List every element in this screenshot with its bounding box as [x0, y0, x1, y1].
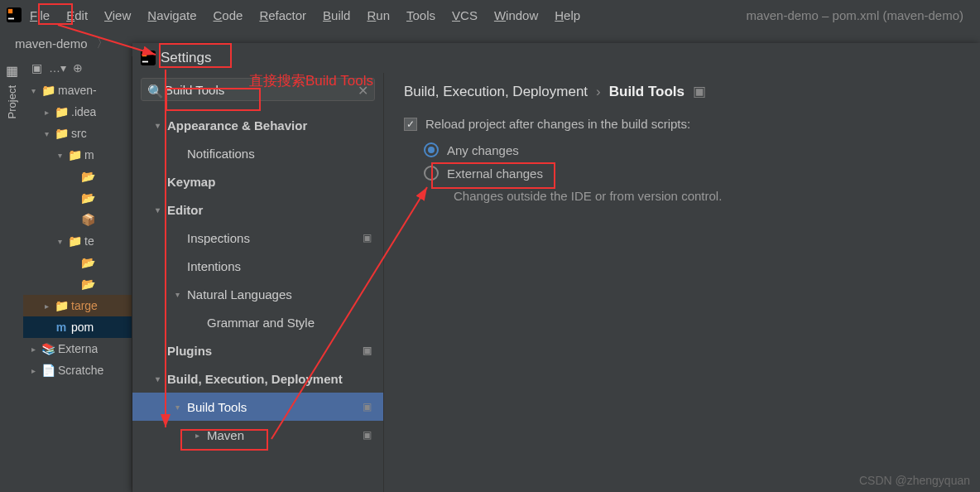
- chevron-right-icon: 〉: [96, 35, 109, 52]
- menu-tools[interactable]: Tools: [398, 5, 444, 26]
- target-icon[interactable]: ⊕: [73, 61, 83, 75]
- breadcrumb-segment[interactable]: Build, Execution, Deployment: [404, 84, 588, 100]
- nav-label: Natural Languages: [187, 287, 292, 301]
- menu-build[interactable]: Build: [315, 5, 358, 26]
- reload-checkbox-row[interactable]: ✓ Reload project after changes in the bu…: [404, 117, 960, 131]
- tree-label: .idea: [71, 105, 96, 118]
- menu-vcs[interactable]: VCS: [444, 5, 486, 26]
- nav-item-build-tools[interactable]: ▾Build Tools▣: [132, 393, 383, 421]
- nav-label: Plugins: [167, 344, 212, 358]
- settings-dialog: Settings 🔍 ✕ ▾Appearance & BehaviorNotif…: [132, 43, 980, 492]
- nav-item-editor[interactable]: ▾Editor: [132, 195, 383, 224]
- nav-item-appearance-behavior[interactable]: ▾Appearance & Behavior: [132, 111, 383, 139]
- file-icon: m: [55, 321, 68, 333]
- nav-item-notifications[interactable]: Notifications: [132, 139, 383, 167]
- menu-window[interactable]: Window: [486, 5, 546, 26]
- project-scope-icon: ▣: [363, 232, 372, 244]
- tree-row[interactable]: ▾📁te: [23, 230, 132, 252]
- clear-icon[interactable]: ✕: [358, 83, 368, 99]
- tree-row[interactable]: ▸📁targe: [23, 295, 132, 316]
- tree-row[interactable]: ▾📁src: [23, 123, 132, 144]
- tree-row[interactable]: 📦: [23, 209, 132, 230]
- tree-label: targe: [71, 299, 98, 312]
- nav-item-intentions[interactable]: Intentions: [132, 252, 383, 280]
- tool-window-tab[interactable]: ▦ Project: [0, 56, 23, 492]
- menu-view[interactable]: View: [96, 5, 139, 26]
- file-icon: 📦: [81, 214, 94, 225]
- settings-title: Settings: [161, 50, 211, 66]
- nav-item-build-execution-deployment[interactable]: ▾Build, Execution, Deployment: [132, 364, 383, 393]
- caret-icon: ▾: [152, 121, 162, 130]
- tree-row[interactable]: ▾📁maven-: [23, 80, 132, 101]
- tree-row[interactable]: ▸📁.idea: [23, 101, 132, 123]
- tree-row[interactable]: mpom: [23, 316, 132, 338]
- breadcrumb-segment: Build Tools: [609, 84, 685, 100]
- tree-row[interactable]: ▾📁m: [23, 144, 132, 166]
- svg-rect-2: [8, 18, 14, 20]
- nav-label: Build, Execution, Deployment: [167, 372, 343, 386]
- project-tree: ▣ …▾ ⊕ ▾📁maven-▸📁.idea▾📁src▾📁m📂📂📦▾📁te📂📂▸…: [23, 56, 132, 492]
- app-icon: [141, 51, 156, 65]
- caret-icon: ▾: [28, 86, 38, 95]
- menu-edit[interactable]: Edit: [58, 5, 96, 26]
- checkbox-checked-icon[interactable]: ✓: [404, 118, 417, 131]
- project-scope-icon: ▣: [693, 83, 706, 100]
- caret-icon: ▾: [172, 403, 182, 412]
- option-description: Changes outside the IDE or from version …: [454, 189, 960, 203]
- chevron-right-icon: ›: [596, 84, 601, 100]
- project-scope-icon: ▣: [363, 345, 372, 356]
- nav-label: Build Tools: [187, 400, 247, 414]
- project-scope-icon: ▣: [363, 429, 372, 441]
- menu-code[interactable]: Code: [205, 5, 252, 26]
- project-toolbar: ▣ …▾ ⊕: [23, 56, 132, 80]
- radio-label: Any changes: [447, 143, 519, 157]
- nav-item-keymap[interactable]: Keymap: [132, 167, 383, 195]
- tree-row[interactable]: 📂: [23, 252, 132, 273]
- caret-icon: ▸: [28, 366, 38, 375]
- menu-refactor[interactable]: Refactor: [251, 5, 315, 26]
- tree-row[interactable]: ▸📚Externa: [23, 338, 132, 359]
- tree-row[interactable]: 📂: [23, 187, 132, 209]
- breadcrumb-root[interactable]: maven-demo: [10, 35, 93, 52]
- settings-header: Settings: [132, 43, 980, 73]
- radio-checked-icon[interactable]: [424, 142, 439, 157]
- nav-label: Notifications: [187, 147, 255, 161]
- nav-item-maven[interactable]: ▸Maven▣: [132, 421, 383, 449]
- dropdown-icon[interactable]: …▾: [49, 61, 66, 75]
- menu-help[interactable]: Help: [546, 5, 588, 26]
- tree-row[interactable]: ▸📄Scratche: [23, 359, 132, 381]
- nav-label: Keymap: [167, 175, 215, 189]
- checkbox-label: Reload project after changes in the buil…: [425, 117, 690, 131]
- nav-item-inspections[interactable]: Inspections▣: [132, 224, 383, 252]
- caret-icon: ▾: [55, 151, 65, 160]
- caret-icon: ▾: [152, 205, 162, 215]
- radio-label: External changes: [447, 166, 543, 181]
- menu-run[interactable]: Run: [358, 5, 398, 26]
- menu-file[interactable]: File: [22, 5, 58, 26]
- nav-label: Appearance & Behavior: [167, 118, 307, 133]
- caret-icon: ▸: [192, 431, 202, 440]
- file-icon: 📁: [55, 300, 68, 311]
- tree-row[interactable]: 📂: [23, 166, 132, 187]
- radio-any-changes[interactable]: Any changes: [424, 142, 960, 157]
- select-opened-icon[interactable]: ▣: [31, 61, 42, 75]
- caret-icon: ▾: [55, 237, 65, 246]
- tree-row[interactable]: 📂: [23, 273, 132, 295]
- nav-item-grammar-and-style[interactable]: Grammar and Style: [132, 308, 383, 336]
- caret-icon: ▾: [41, 129, 51, 138]
- project-tab-label: Project: [6, 85, 18, 118]
- nav-item-natural-languages[interactable]: ▾Natural Languages: [132, 280, 383, 308]
- file-icon: 📂: [81, 192, 94, 204]
- radio-icon[interactable]: [424, 166, 439, 181]
- nav-item-plugins[interactable]: Plugins▣: [132, 336, 383, 364]
- caret-icon: ▾: [152, 374, 162, 383]
- tree-label: maven-: [58, 84, 97, 97]
- file-icon: 📁: [55, 106, 68, 118]
- menu-navigate[interactable]: Navigate: [139, 5, 204, 26]
- settings-search-input[interactable]: [141, 78, 375, 101]
- tree-label: pom: [71, 321, 94, 334]
- radio-external-changes[interactable]: External changes: [424, 166, 960, 181]
- file-icon: 📁: [68, 149, 81, 161]
- nav-label: Editor: [167, 203, 203, 217]
- file-icon: 📁: [41, 84, 55, 96]
